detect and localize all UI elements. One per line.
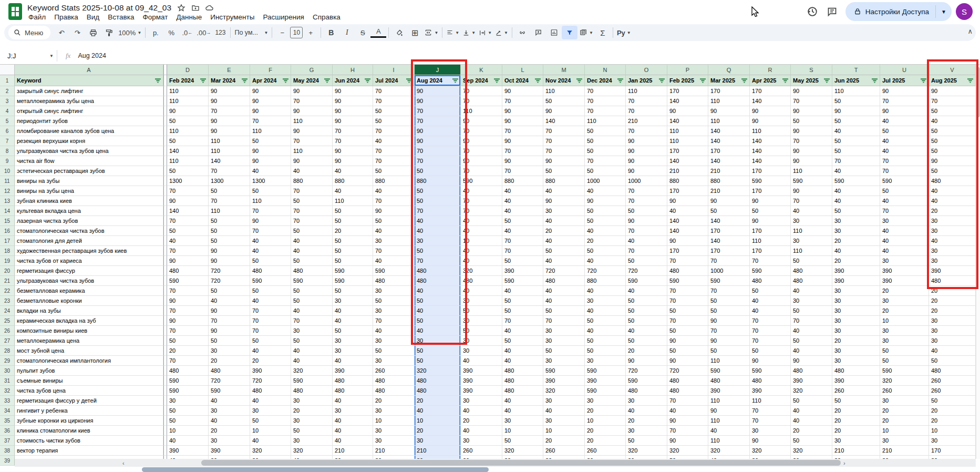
cell-N25[interactable]: 50 [585, 316, 626, 326]
keyword-cell[interactable]: герметизация фиссур у детей [15, 396, 163, 406]
column-letter-G[interactable]: G [291, 65, 333, 75]
cell-N9[interactable]: 70 [585, 156, 626, 166]
month-header-cell-S[interactable]: May 2025 [791, 75, 832, 86]
cell-M27[interactable]: 30 [543, 336, 585, 346]
cell-E17[interactable]: 50 [209, 236, 250, 246]
cell-O22[interactable]: 40 [626, 286, 667, 296]
cell-R27[interactable]: 70 [750, 336, 791, 346]
cell-J24[interactable]: 40 [415, 306, 461, 316]
cell-P38[interactable]: 320 [667, 446, 708, 456]
column-letter-K[interactable]: K [461, 65, 502, 75]
month-header-cell-H[interactable]: Jun 2024 [333, 75, 373, 86]
cell-J18[interactable]: 50 [415, 246, 461, 256]
cell-F16[interactable]: 70 [250, 226, 291, 236]
keyword-cell[interactable]: съемные виниры [15, 376, 163, 386]
cell-R15[interactable]: 90 [750, 216, 791, 226]
cell-M9[interactable]: 90 [543, 156, 585, 166]
cell-R10[interactable]: 170 [750, 166, 791, 176]
cell-I29[interactable]: 30 [373, 356, 415, 366]
vertical-scrollbar[interactable] [976, 65, 980, 459]
star-icon[interactable] [177, 4, 185, 12]
cell-T34[interactable]: 20 [832, 406, 880, 416]
cell-I25[interactable]: 70 [373, 316, 415, 326]
cell-D24[interactable]: 70 [167, 306, 209, 316]
cell-Q25[interactable]: 90 [708, 316, 750, 326]
month-header-cell-M[interactable]: Nov 2024 [543, 75, 585, 86]
cell-P18[interactable]: 170 [667, 246, 708, 256]
cell-K32[interactable]: 390 [461, 386, 502, 396]
filter-icon[interactable] [365, 78, 370, 83]
cell-E28[interactable]: 30 [209, 346, 250, 356]
cell-T35[interactable]: 20 [832, 416, 880, 426]
cell-I34[interactable]: 30 [373, 406, 415, 416]
cell-K18[interactable]: 40 [461, 246, 502, 256]
cell-M20[interactable]: 720 [543, 266, 585, 276]
cell-T21[interactable]: 390 [832, 276, 880, 286]
bold-button[interactable]: B [323, 26, 339, 39]
cell-N27[interactable]: 50 [585, 336, 626, 346]
cell-T24[interactable]: 30 [832, 306, 880, 316]
cell-R30[interactable]: 590 [750, 366, 791, 376]
cell-K38[interactable]: 260 [461, 446, 502, 456]
cell-J17[interactable]: 30 [415, 236, 461, 246]
cell-I28[interactable]: 50 [373, 346, 415, 356]
filter-views-button[interactable]: ▼ [577, 26, 595, 39]
cell-M8[interactable]: 70 [543, 146, 585, 156]
column-letter-I[interactable]: I [373, 65, 415, 75]
cell-I36[interactable]: 30 [373, 426, 415, 436]
keyword-cell[interactable]: зубные коронки из циркония [15, 416, 163, 426]
cell-O13[interactable]: 70 [626, 196, 667, 206]
keyword-cell[interactable]: металлокерамика зубы цена [15, 96, 163, 106]
cell-E30[interactable]: 480 [209, 366, 250, 376]
hidden-columns-marker[interactable] [163, 65, 167, 75]
cell-M21[interactable]: 480 [543, 276, 585, 286]
filter-icon[interactable] [406, 78, 412, 83]
row-header-33[interactable]: 33 [0, 396, 15, 406]
cell-Q19[interactable]: 70 [708, 256, 750, 266]
cell-V21[interactable]: 480 [929, 276, 976, 286]
cell-H25[interactable]: 40 [333, 316, 373, 326]
cell-F27[interactable]: 50 [250, 336, 291, 346]
filter-icon[interactable] [324, 78, 330, 83]
keyword-cell[interactable]: стоимость чистки зубов [15, 436, 163, 446]
cell-G14[interactable]: 70 [291, 206, 333, 216]
cell-P25[interactable]: 70 [667, 316, 708, 326]
vertical-align-button[interactable]: ▼ [461, 26, 477, 39]
cell-L26[interactable]: 40 [502, 326, 543, 336]
cell-U15[interactable]: 30 [880, 216, 929, 226]
month-header-cell-Q[interactable]: Mar 2025 [708, 75, 750, 86]
insert-comment-button[interactable] [530, 26, 546, 39]
cell-H26[interactable]: 50 [333, 326, 373, 336]
cell-Q38[interactable]: 320 [708, 446, 750, 456]
cell-H10[interactable]: 40 [333, 166, 373, 176]
hide-menus-button[interactable]: ∧ [967, 27, 973, 35]
cell-N16[interactable]: 40 [585, 226, 626, 236]
cell-I12[interactable]: 40 [373, 186, 415, 196]
cell-G32[interactable]: 480 [291, 386, 333, 396]
cell-H34[interactable]: 30 [333, 406, 373, 416]
column-letter-R[interactable]: R [750, 65, 791, 75]
cell-K13[interactable]: 70 [461, 196, 502, 206]
cell-F25[interactable]: 70 [250, 316, 291, 326]
filter-icon[interactable] [741, 78, 747, 83]
cell-P10[interactable]: 210 [667, 166, 708, 176]
row-header-38[interactable]: 38 [0, 446, 15, 456]
cell-S20[interactable]: 480 [791, 266, 832, 276]
cell-G21[interactable]: 590 [291, 276, 333, 286]
scroll-left-icon[interactable]: ‹ [122, 459, 125, 467]
cell-N26[interactable]: 40 [585, 326, 626, 336]
cell-O16[interactable]: 70 [626, 226, 667, 236]
cell-E10[interactable]: 70 [209, 166, 250, 176]
cell-O33[interactable]: 30 [626, 396, 667, 406]
horizontal-scrollbar-thumb[interactable] [201, 460, 841, 466]
cell-O20[interactable]: 720 [626, 266, 667, 276]
cell-V35[interactable]: 20 [929, 416, 976, 426]
cell-T26[interactable]: 30 [832, 326, 880, 336]
cell-G26[interactable]: 30 [291, 326, 333, 336]
cell-E35[interactable]: 40 [209, 416, 250, 426]
cell-L5[interactable]: 90 [502, 116, 543, 126]
row-header-21[interactable]: 21 [0, 276, 15, 286]
cell-Q15[interactable]: 140 [708, 216, 750, 226]
cell-R22[interactable]: 50 [750, 286, 791, 296]
cell-F23[interactable]: 40 [250, 296, 291, 306]
